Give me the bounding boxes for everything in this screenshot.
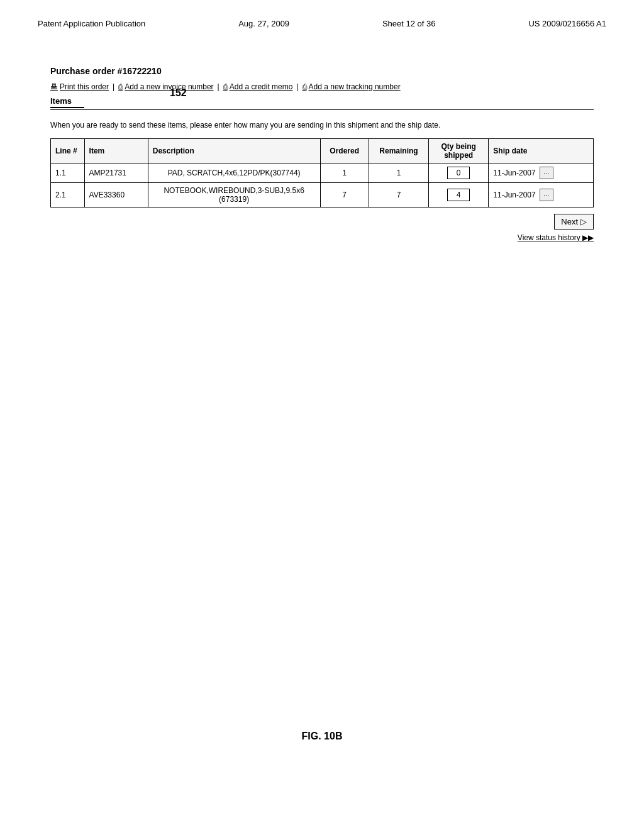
credit-icon: ⎙ xyxy=(223,82,228,91)
print-order-link[interactable]: 🖶 Print this order xyxy=(50,82,109,91)
invoice-label: Add a new invoice number xyxy=(125,82,213,91)
cell-item-1: AVE33360 xyxy=(84,182,148,207)
table-row: 2.1 AVE33360 NOTEBOOK,WIREBOUND,3-SUBJ,9… xyxy=(51,182,594,207)
action-links: 🖶 Print this order | ⎙ Add a new invoice… xyxy=(50,82,594,91)
cell-ship-1: 11-Jun-2007 ⋯ xyxy=(489,182,594,207)
table-row: 1.1 AMP21731 PAD, SCRATCH,4x6,12PD/PK(30… xyxy=(51,163,594,182)
content-area: Purchase order #16722210 🖶 Print this or… xyxy=(0,41,644,267)
credit-label: Add a credit memo xyxy=(230,82,293,91)
table-header-row: Line # Item Description Ordered Remainin… xyxy=(51,138,594,163)
cell-line-0: 1.1 xyxy=(51,163,85,182)
separator-3: | xyxy=(296,82,298,91)
add-tracking-link[interactable]: ⎙ Add a new tracking number xyxy=(303,82,401,91)
cell-ordered-0: 1 xyxy=(320,163,369,182)
items-table: Line # Item Description Ordered Remainin… xyxy=(50,138,594,208)
add-invoice-link[interactable]: ⎙ Add a new invoice number xyxy=(118,82,213,91)
cell-line-1: 2.1 xyxy=(51,182,85,207)
tab-section: 152 Items xyxy=(50,96,594,110)
view-status-link[interactable]: View status history ▶▶ xyxy=(518,233,594,242)
header-item: Item xyxy=(84,138,148,163)
tab-number: 152 xyxy=(170,87,187,99)
ship-date-value-0: 11-Jun-2007 xyxy=(493,169,535,177)
cell-ordered-1: 7 xyxy=(320,182,369,207)
cell-qty-0[interactable] xyxy=(429,163,489,182)
separator-1: | xyxy=(113,82,114,91)
patent-number: US 2009/0216656 A1 xyxy=(528,19,606,28)
calendar-icon-1[interactable]: ⋯ xyxy=(540,189,553,201)
patent-date: Aug. 27, 2009 xyxy=(238,19,289,28)
cell-ship-0: 11-Jun-2007 ⋯ xyxy=(489,163,594,182)
cell-desc-1: NOTEBOOK,WIREBOUND,3-SUBJ,9.5x6 (673319) xyxy=(148,182,320,207)
header-ship: Ship date xyxy=(489,138,594,163)
invoice-icon: ⎙ xyxy=(118,82,123,91)
tracking-icon: ⎙ xyxy=(303,82,307,91)
next-button[interactable]: Next ▷ xyxy=(554,214,594,230)
header-qty: Qty being shipped xyxy=(429,138,489,163)
tab-underline xyxy=(50,109,594,110)
patent-sheet: Sheet 12 of 36 xyxy=(382,19,436,28)
tracking-label: Add a new tracking number xyxy=(309,82,401,91)
add-credit-link[interactable]: ⎙ Add a credit memo xyxy=(223,82,293,91)
patent-header: Patent Application Publication Aug. 27, … xyxy=(0,0,644,41)
print-icon: 🖶 xyxy=(50,82,58,91)
tab-items-label[interactable]: Items xyxy=(50,96,84,108)
purchase-order-title: Purchase order #16722210 xyxy=(50,66,594,76)
next-label: Next xyxy=(561,217,578,226)
fig-caption: FIG. 10B xyxy=(0,731,644,742)
cell-qty-1[interactable] xyxy=(429,182,489,207)
cell-remaining-1: 7 xyxy=(369,182,428,207)
header-desc: Description xyxy=(148,138,320,163)
header-line: Line # xyxy=(51,138,85,163)
qty-input-1[interactable] xyxy=(447,189,470,201)
header-ordered: Ordered xyxy=(320,138,369,163)
qty-input-0[interactable] xyxy=(447,167,470,179)
ship-date-value-1: 11-Jun-2007 xyxy=(493,191,535,199)
print-label: Print this order xyxy=(60,82,109,91)
cell-item-0: AMP21731 xyxy=(84,163,148,182)
cell-desc-0: PAD, SCRATCH,4x6,12PD/PK(307744) xyxy=(148,163,320,182)
button-area: Next ▷ View status history ▶▶ xyxy=(50,214,594,242)
cell-remaining-0: 1 xyxy=(369,163,428,182)
next-arrow: ▷ xyxy=(580,217,587,226)
header-remaining: Remaining xyxy=(369,138,428,163)
instruction-text: When you are ready to send these items, … xyxy=(50,120,594,131)
patent-label: Patent Application Publication xyxy=(38,19,145,28)
calendar-icon-0[interactable]: ⋯ xyxy=(540,167,553,179)
separator-2: | xyxy=(218,82,219,91)
